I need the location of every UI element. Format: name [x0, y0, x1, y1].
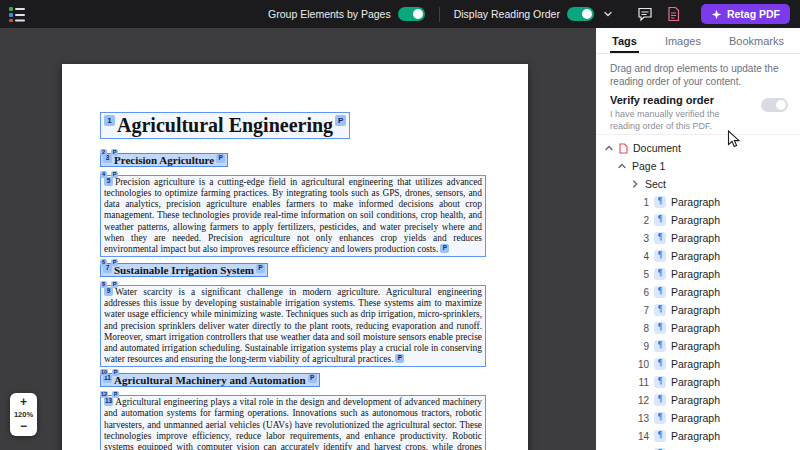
zoom-in-button[interactable]: + — [20, 397, 27, 408]
pdf-tagged-block[interactable]: 9Water scarcity is a significant challen… — [100, 285, 486, 367]
paragraph-tag-icon: ¶ — [654, 304, 666, 316]
zoom-out-button[interactable]: − — [20, 421, 27, 432]
pdf-block-text: Precision agriculture is a cutting-edge … — [104, 177, 482, 254]
tree-item-label: Paragraph — [671, 412, 720, 424]
tree-item-label: Paragraph — [671, 430, 720, 442]
tree-item-label: Paragraph — [671, 376, 720, 388]
tree-item-label: Paragraph — [671, 286, 720, 298]
tree-item-paragraph[interactable]: 15 ¶ Paragraph — [604, 445, 792, 450]
pdf-tagged-block[interactable]: 3Precision AgricultureP — [100, 153, 228, 167]
sidebar-tab[interactable]: Tags — [610, 28, 639, 53]
chevron-down-icon[interactable] — [601, 7, 615, 21]
tag-type-chip: P — [111, 149, 118, 156]
tree-item-paragraph[interactable]: 7 ¶ Paragraph — [604, 301, 792, 319]
tree-node-label: Sect — [645, 178, 666, 190]
reading-order-number-chip: 5 — [104, 177, 113, 186]
reading-order-number-chip: 6 — [100, 259, 107, 266]
pdf-tagged-block[interactable]: 7Sustainable Irrigation SystemP — [100, 263, 268, 277]
tree-item-number: 7 — [634, 305, 649, 316]
tree-item-paragraph[interactable]: 13 ¶ Paragraph — [604, 409, 792, 427]
sparkle-icon — [711, 9, 722, 20]
paragraph-tag-icon: ¶ — [654, 232, 666, 244]
paragraph-tag-icon: ¶ — [654, 394, 666, 406]
comment-icon[interactable] — [637, 6, 653, 22]
tree-item-paragraph[interactable]: 8 ¶ Paragraph — [604, 319, 792, 337]
tree-item-number: 3 — [634, 233, 649, 244]
tree-item-paragraph[interactable]: 4 ¶ Paragraph — [604, 247, 792, 265]
tree-item-number: 4 — [634, 251, 649, 262]
tree-item-paragraph[interactable]: 1 ¶ Paragraph — [604, 193, 792, 211]
reading-order-number-chip: 9 — [104, 287, 113, 296]
sidebar-tab-label: Tags — [612, 35, 637, 47]
verify-reading-order-title: Verify reading order — [610, 94, 786, 107]
chevron-right-icon[interactable] — [630, 180, 640, 188]
display-reading-order-label: Display Reading Order — [454, 8, 560, 20]
sidebar-tab[interactable]: Images — [663, 28, 703, 53]
paragraph-tag-icon: ¶ — [654, 340, 666, 352]
paragraph-tag-icon: ¶ — [654, 214, 666, 226]
pdf-tagged-block[interactable]: 13Agricultural engineering plays a vital… — [100, 395, 486, 450]
reading-order-number-chip: 13 — [104, 397, 113, 406]
tree-item-paragraph[interactable]: 14 ¶ Paragraph — [604, 427, 792, 445]
paragraph-tag-icon: ¶ — [654, 322, 666, 334]
tree-node-sect[interactable]: Sect — [604, 175, 792, 193]
sidebar-tab[interactable]: Bookmarks — [727, 28, 786, 53]
tree-item-number: 8 — [634, 323, 649, 334]
document-icon[interactable] — [666, 6, 681, 22]
tree-item-number: 12 — [634, 395, 649, 406]
tree-node-page[interactable]: Page 1 — [604, 157, 792, 175]
tree-item-number: 5 — [634, 269, 649, 280]
tree-item-paragraph[interactable]: 5 ¶ Paragraph — [604, 265, 792, 283]
zoom-control: + 120% − — [10, 393, 37, 436]
pdf-page: 1Agricultural EngineeringP 2P 3Precision… — [62, 64, 528, 450]
tree-item-number: 2 — [634, 215, 649, 226]
tree-item-paragraph[interactable]: 9 ¶ Paragraph — [604, 337, 792, 355]
tree-item-number: 6 — [634, 287, 649, 298]
retag-pdf-label: Retag PDF — [727, 8, 780, 20]
tree-item-label: Paragraph — [671, 340, 720, 352]
tree-item-label: Paragraph — [671, 322, 720, 334]
tree-item-label: Paragraph — [671, 358, 720, 370]
reading-order-number-chip: 10 — [100, 369, 108, 376]
pdf-tagged-block[interactable]: 5Precision agriculture is a cutting-edge… — [100, 175, 486, 257]
chevron-up-icon[interactable] — [604, 144, 614, 152]
tag-type-chip: P — [111, 281, 118, 288]
tree-item-paragraph[interactable]: 6 ¶ Paragraph — [604, 283, 792, 301]
tag-type-chip: P — [440, 244, 449, 253]
tree-item-number: 14 — [634, 431, 649, 442]
tree-item-paragraph[interactable]: 3 ¶ Paragraph — [604, 229, 792, 247]
sidebar-tab-label: Bookmarks — [729, 35, 784, 47]
tree-node-label: Page 1 — [632, 160, 665, 172]
tree-item-number: 9 — [634, 341, 649, 352]
tree-item-paragraph[interactable]: 10 ¶ Paragraph — [604, 355, 792, 373]
tree-item-number: 11 — [634, 377, 649, 388]
tag-type-chip: P — [111, 171, 118, 178]
app-logo-icon[interactable] — [8, 5, 26, 23]
retag-pdf-button[interactable]: Retag PDF — [701, 4, 790, 24]
paragraph-tag-icon: ¶ — [654, 286, 666, 298]
tree-item-number: 10 — [634, 359, 649, 370]
verify-reading-order-toggle[interactable] — [761, 98, 788, 112]
pdf-block-text: Sustainable Irrigation System — [114, 264, 254, 276]
reading-order-number-chip: 2 — [100, 149, 107, 156]
pdf-block-text: Agricultural Engineering — [117, 114, 333, 136]
reading-order-number-chip: 8 — [100, 281, 107, 288]
pdf-canvas[interactable]: 1Agricultural EngineeringP 2P 3Precision… — [0, 28, 596, 450]
tree-node-document[interactable]: Document — [604, 139, 792, 157]
chevron-up-icon[interactable] — [617, 162, 627, 170]
paragraph-tag-icon: ¶ — [654, 268, 666, 280]
tree-item-paragraph[interactable]: 12 ¶ Paragraph — [604, 391, 792, 409]
tree-item-paragraph[interactable]: 11 ¶ Paragraph — [604, 373, 792, 391]
group-elements-toggle[interactable] — [398, 7, 425, 21]
tree-item-label: Paragraph — [671, 304, 720, 316]
tree-item-label: Paragraph — [671, 232, 720, 244]
tree-item-label: Paragraph — [671, 250, 720, 262]
paragraph-tag-icon: ¶ — [654, 412, 666, 424]
pdf-tagged-block[interactable]: 1Agricultural EngineeringP — [100, 112, 350, 139]
verify-reading-order-description: I have manually verified the reading ord… — [610, 109, 786, 132]
pdf-tagged-block[interactable]: 11Agricultural Machinery and AutomationP — [100, 373, 320, 387]
display-reading-order-toggle[interactable] — [567, 7, 594, 21]
tag-type-chip: P — [395, 354, 404, 363]
paragraph-tag-icon: ¶ — [654, 430, 666, 442]
tree-item-paragraph[interactable]: 2 ¶ Paragraph — [604, 211, 792, 229]
